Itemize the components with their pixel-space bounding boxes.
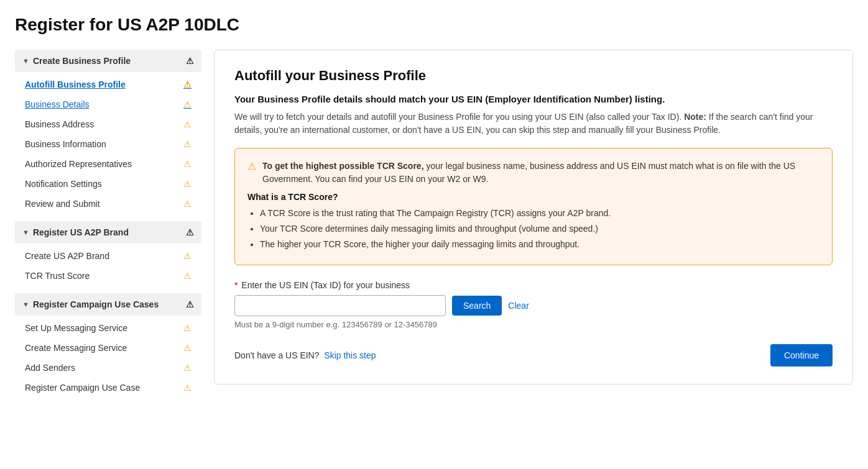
chevron-down-icon-3: ▼ bbox=[22, 301, 29, 308]
ein-form-section: * Enter the US EIN (Tax ID) for your bus… bbox=[234, 280, 833, 329]
sidebar-section-header-register-us-a2p-brand[interactable]: ▼ Register US A2P Brand ⚠ bbox=[15, 221, 201, 244]
sidebar-item-create-messaging-service[interactable]: Create Messaging Service ⚠ bbox=[15, 338, 201, 358]
sidebar-item-review-and-submit[interactable]: Review and Submit ⚠ bbox=[15, 194, 201, 214]
sidebar-section-items-2: Set Up Messaging Service ⚠ Create Messag… bbox=[15, 316, 201, 400]
sidebar-item-notification-settings[interactable]: Notification Settings ⚠ bbox=[15, 174, 201, 194]
main-content-panel: Autofill your Business Profile Your Busi… bbox=[214, 50, 853, 385]
ein-field-label: * Enter the US EIN (Tax ID) for your bus… bbox=[234, 280, 833, 290]
sidebar-item-authorized-representatives[interactable]: Authorized Representatives ⚠ bbox=[15, 154, 201, 174]
sidebar-section-items-1: Create US A2P Brand ⚠ TCR Trust Score ⚠ bbox=[15, 244, 201, 288]
sidebar-item-business-information[interactable]: Business Information ⚠ bbox=[15, 134, 201, 154]
continue-button[interactable]: Continue bbox=[770, 344, 833, 367]
warning-text: To get the highest possible TCR Score, y… bbox=[262, 160, 820, 186]
warning-icon-business-information: ⚠ bbox=[183, 139, 192, 149]
clear-button[interactable]: Clear bbox=[508, 301, 529, 311]
tcr-bullet-list: A TCR Score is the trust rating that The… bbox=[247, 207, 820, 251]
warning-icon-business-address: ⚠ bbox=[183, 119, 192, 129]
sidebar-item-business-details[interactable]: Business Details ⚠ bbox=[15, 94, 201, 114]
tcr-section-title: What is a TCR Score? bbox=[247, 192, 820, 202]
sidebar: ▼ Create Business Profile ⚠ Autofill Bus… bbox=[15, 50, 201, 405]
warning-triangle-icon: ⚠ bbox=[247, 160, 256, 172]
sidebar-section-label-register-us-a2p-brand: Register US A2P Brand bbox=[33, 227, 129, 237]
sidebar-item-create-us-a2p-brand[interactable]: Create US A2P Brand ⚠ bbox=[15, 246, 201, 266]
sidebar-section-label-register-campaign-use-cases: Register Campaign Use Cases bbox=[33, 299, 159, 309]
warning-icon-create-messaging-service: ⚠ bbox=[183, 343, 192, 353]
warning-icon-create-us-a2p-brand: ⚠ bbox=[183, 251, 192, 261]
warning-icon-section-1: ⚠ bbox=[186, 227, 194, 237]
tcr-bullet-3: The higher your TCR Score, the higher yo… bbox=[260, 238, 820, 251]
form-footer-row: Don't have a US EIN? Skip this step Cont… bbox=[234, 344, 833, 367]
tcr-bullet-2: Your TCR Score determines daily messagin… bbox=[260, 222, 820, 235]
chevron-down-icon-2: ▼ bbox=[22, 229, 29, 236]
main-subtitle: Your Business Profile details should mat… bbox=[234, 94, 833, 104]
warning-icon-review-and-submit: ⚠ bbox=[183, 199, 192, 209]
sidebar-item-autofill-business-profile[interactable]: Autofill Business Profile ⚠ bbox=[15, 75, 201, 94]
warning-icon-add-senders: ⚠ bbox=[183, 363, 192, 373]
tcr-bullet-1: A TCR Score is the trust rating that The… bbox=[260, 207, 820, 220]
ein-input-row: Search Clear bbox=[234, 295, 833, 316]
search-button[interactable]: Search bbox=[452, 296, 502, 316]
sidebar-section-create-business-profile: ▼ Create Business Profile ⚠ Autofill Bus… bbox=[15, 50, 201, 216]
sidebar-section-register-us-a2p-brand: ▼ Register US A2P Brand ⚠ Create US A2P … bbox=[15, 221, 201, 288]
warning-icon-set-up-messaging-service: ⚠ bbox=[183, 323, 192, 333]
warning-icon-tcr-trust-score: ⚠ bbox=[183, 271, 192, 281]
warning-icon-register-campaign-use-case: ⚠ bbox=[183, 383, 192, 393]
sidebar-item-tcr-trust-score[interactable]: TCR Trust Score ⚠ bbox=[15, 266, 201, 286]
tcr-warning-box: ⚠ To get the highest possible TCR Score,… bbox=[234, 148, 833, 265]
warning-icon-section-0: ⚠ bbox=[186, 56, 194, 66]
ein-input[interactable] bbox=[234, 295, 446, 316]
skip-this-step-link[interactable]: Skip this step bbox=[324, 350, 376, 360]
main-description: We will try to fetch your details and au… bbox=[234, 111, 833, 137]
warning-icon-business-details: ⚠ bbox=[183, 99, 192, 109]
no-ein-text: Don't have a US EIN? Skip this step bbox=[234, 350, 376, 360]
sidebar-section-register-campaign-use-cases: ▼ Register Campaign Use Cases ⚠ Set Up M… bbox=[15, 293, 201, 400]
ein-hint-text: Must be a 9-digit number e.g. 123456789 … bbox=[234, 320, 833, 329]
warning-icon-section-2: ⚠ bbox=[186, 299, 194, 309]
chevron-down-icon: ▼ bbox=[22, 57, 29, 65]
warning-icon-autofill: ⚠ bbox=[183, 80, 192, 89]
sidebar-section-items-0: Autofill Business Profile ⚠ Business Det… bbox=[15, 72, 201, 216]
main-title: Autofill your Business Profile bbox=[234, 68, 833, 84]
sidebar-item-register-campaign-use-case[interactable]: Register Campaign Use Case ⚠ bbox=[15, 378, 201, 398]
page-title: Register for US A2P 10DLC bbox=[15, 15, 853, 35]
sidebar-section-header-register-campaign-use-cases[interactable]: ▼ Register Campaign Use Cases ⚠ bbox=[15, 293, 201, 316]
warning-icon-notification-settings: ⚠ bbox=[183, 179, 192, 189]
sidebar-section-label-create-business-profile: Create Business Profile bbox=[33, 56, 131, 66]
sidebar-item-add-senders[interactable]: Add Senders ⚠ bbox=[15, 358, 201, 378]
sidebar-item-set-up-messaging-service[interactable]: Set Up Messaging Service ⚠ bbox=[15, 318, 201, 338]
sidebar-item-business-address[interactable]: Business Address ⚠ bbox=[15, 114, 201, 134]
sidebar-section-header-create-business-profile[interactable]: ▼ Create Business Profile ⚠ bbox=[15, 50, 201, 72]
warning-icon-authorized-representatives: ⚠ bbox=[183, 159, 192, 169]
